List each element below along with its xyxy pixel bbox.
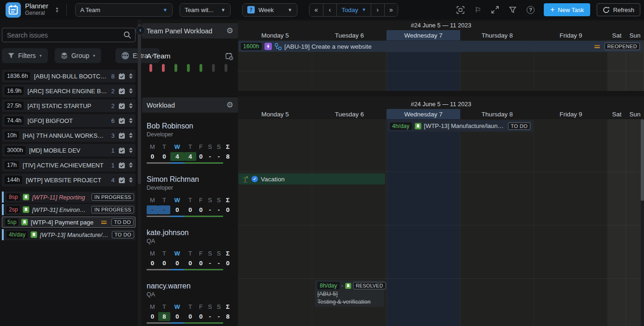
load-bar-tue (162, 64, 165, 72)
next-period-button[interactable]: » (384, 4, 398, 16)
prev-period-button[interactable]: « (309, 4, 323, 16)
calendar-check-icon[interactable] (118, 162, 125, 169)
scope-select[interactable]: Team wit... ▼ (180, 3, 231, 17)
flag-icon[interactable]: ⚐ (475, 6, 481, 14)
day-header-sat[interactable]: Sat (608, 30, 626, 40)
today-label: Today (341, 6, 358, 13)
calendar-check-icon[interactable] (118, 102, 125, 109)
new-task-button[interactable]: + New Task (544, 3, 590, 16)
day-header-mon[interactable]: Monday 5 (238, 109, 312, 119)
sort-handle-icon[interactable] (129, 177, 133, 183)
day-col-label: S (206, 197, 214, 204)
calendar-check-icon[interactable] (118, 88, 125, 95)
group-button[interactable]: Group ▾ (55, 48, 101, 63)
search-input[interactable] (2, 28, 135, 42)
divider (66, 4, 67, 16)
calendar-check-icon[interactable] (118, 147, 125, 154)
calendar-clock-icon[interactable] (225, 52, 233, 60)
filter-icon[interactable] (509, 6, 516, 13)
calendar-check-icon[interactable] (118, 73, 125, 80)
project-row-gfo[interactable]: 74.4h [GFO] BIGFOOT 6 (2, 114, 135, 127)
day-header-thu[interactable]: Thursday 8 (460, 109, 534, 119)
person-card-simon[interactable]: Simon Richman Developer M T W T F S S Σ … (142, 175, 238, 229)
task-row-wtp11[interactable]: 8sp [WTP-11] Reporting IN PROGRESS (2, 192, 135, 203)
collapse-sidebar-button[interactable]: ‹ (135, 26, 145, 35)
people-calendar-grid[interactable]: 4h/day [WTP-13] Manufacture/launch. … TO… (238, 119, 644, 326)
project-row-tiv[interactable]: 17h [TIV] ACTIVE ACHIEVEMENT 1 (2, 159, 135, 172)
sidebar-scrollbar-thumb[interactable] (138, 24, 141, 184)
app-switcher[interactable]: Planner General ▲▼ (6, 2, 59, 18)
period-select[interactable]: 7 Week ▼ (242, 3, 297, 17)
day-header-wed-today[interactable]: Wednesday 7 (386, 109, 460, 119)
load-bar-thu (187, 64, 190, 72)
day-header-sun[interactable]: Sun (626, 109, 644, 119)
sort-handle-icon[interactable] (129, 103, 133, 109)
sort-handle-icon[interactable] (129, 118, 133, 123)
project-row-ati[interactable]: 27.5h [ATI] STATIC STARTUP 2 (2, 99, 135, 112)
day-hours: - (214, 312, 223, 321)
refresh-button[interactable]: Refresh (597, 3, 640, 16)
project-row-abu[interactable]: 1836.6h [ABU] NO-BULL BOOTCAMP 8 (2, 70, 135, 83)
fullscreen-icon[interactable] (491, 6, 499, 13)
person-card-bob[interactable]: Bob Robinson Developer M T W T F S S Σ 0… (142, 122, 238, 175)
sort-handle-icon[interactable] (129, 73, 133, 79)
prev-button[interactable]: ‹ (323, 4, 336, 16)
person-row-line (238, 172, 644, 172)
load-bar-sat (212, 64, 215, 72)
sort-handle-icon[interactable] (129, 133, 133, 138)
person-card-nancy[interactable]: nancy.warren QA M T W T F S S Σ 0 8 0 0 … (142, 282, 238, 326)
project-name: [TIV] ACTIVE ACHIEVEMENT (23, 162, 108, 169)
project-row-wtp[interactable]: 144h [WTP] WEBSITE PROJECT 4 (2, 173, 135, 186)
scope-capture-icon[interactable] (457, 6, 464, 14)
project-name: [WTP] WEBSITE PROJECT (26, 177, 108, 184)
day-header-thu[interactable]: Thursday 8 (460, 30, 534, 40)
calendar-check-icon[interactable] (118, 132, 125, 139)
project-row-md[interactable]: 3000h [MD] MOBILE DEV 1 (2, 144, 135, 157)
sort-handle-icon[interactable] (129, 88, 133, 94)
sort-handle-icon[interactable] (129, 147, 133, 153)
sort-handle-icon[interactable] (129, 162, 133, 168)
vacation-bar[interactable]: ✓ Vacation (238, 173, 385, 185)
planner-app-icon (6, 2, 21, 18)
priority-medium-icon (101, 221, 107, 224)
group-label: Group (71, 52, 90, 59)
day-header-tue[interactable]: Tuesday 6 (312, 109, 386, 119)
calendar-check-icon[interactable] (118, 117, 125, 124)
day-hours: - (206, 205, 214, 214)
person-card-kate[interactable]: kate.johnson QA M T W T F S S Σ 0 0 0 0 … (142, 229, 238, 282)
team-select[interactable]: A Team ▼ (75, 3, 173, 17)
task-row-wtp31[interactable]: 2sp [WTP-31] Environment s… IN PROGRESS (2, 204, 135, 215)
day-header-tue[interactable]: Tuesday 6 (312, 30, 386, 40)
today-button[interactable]: Today ▼ (336, 4, 371, 16)
project-row-arc[interactable]: 16.9h [ARC] SEARCH ENGINE BAND… 2 (2, 84, 135, 97)
task-card-abu5[interactable]: 8h/day - RESOLVED [ABU-5] Testing & veri… (315, 280, 384, 307)
search-icon (123, 31, 131, 39)
day-hours: 0 (170, 205, 184, 214)
day-hours: 0 (147, 259, 158, 268)
project-issue-count: 3 (111, 132, 115, 139)
filters-button[interactable]: Filters ▾ (2, 48, 48, 63)
day-header-mon[interactable]: Monday 5 (238, 30, 312, 40)
issues-sidebar: Filters ▾ Group ▾ ••• Extra ▾ 1836.6h [A… (0, 19, 137, 326)
day-header-fri[interactable]: Friday 9 (534, 109, 608, 119)
calendar-scrollbar-thumb[interactable] (641, 119, 644, 201)
task-row-wtp13[interactable]: 4h/day [WTP-13] Manufacture/laun… TO DO (2, 229, 135, 240)
subtasks-tree-icon (275, 43, 282, 50)
task-row-wtp4[interactable]: 5sp [WTP-4] Payment page TO DO (2, 217, 135, 228)
day-header-fri[interactable]: Friday 9 (534, 30, 608, 40)
day-header-sun[interactable]: Sun (626, 30, 644, 40)
task-bar-abu19[interactable]: 1600h [ABU-19] Create a new website REOP… (238, 41, 642, 52)
day-header-wed-today[interactable]: Wednesday 7 (386, 30, 460, 40)
gear-icon[interactable]: ⚙ (226, 27, 233, 35)
task-bar-wtp13[interactable]: 4h/day [WTP-13] Manufacture/launch. … TO… (387, 120, 533, 132)
project-name: [GFO] BIGFOOT (27, 117, 107, 124)
chevron-up-down-icon[interactable]: ▲▼ (55, 6, 59, 13)
help-icon[interactable]: ? (527, 6, 535, 14)
team-calendar-grid[interactable]: 1600h [ABU-19] Create a new website REOP… (238, 40, 644, 91)
gear-icon[interactable]: ⚙ (226, 101, 233, 109)
project-issue-count: 8 (111, 73, 115, 80)
next-button[interactable]: › (371, 4, 384, 16)
calendar-check-icon[interactable] (118, 177, 125, 184)
project-row-ha[interactable]: 10h [HA] 7TH ANNUAL WORKSHOP 3 (2, 129, 135, 142)
day-header-sat[interactable]: Sat (608, 109, 626, 119)
